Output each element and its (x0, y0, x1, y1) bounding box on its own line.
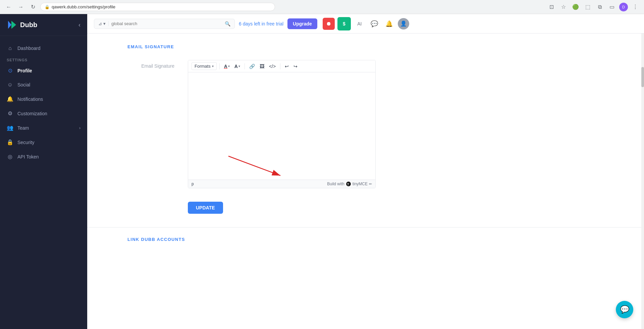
back-button[interactable]: ← (4, 2, 13, 12)
tinymce-badge: Build with T tinyMCE ✏ (327, 181, 372, 187)
chat-icon: 💬 (371, 20, 378, 27)
main-content: EMAIL SIGNATURE Email Signature Formats … (87, 34, 644, 329)
editor-footer: p Build with T tinyMCE ✏ (188, 180, 375, 188)
forward-button[interactable]: → (16, 2, 25, 12)
sidebar-item-customization[interactable]: ⚙ Customization (0, 106, 87, 121)
search-input[interactable] (111, 21, 222, 26)
highlight-button[interactable]: A ▾ (233, 63, 242, 70)
record-icon: ⏺ (326, 21, 331, 27)
sidebar-item-security[interactable]: 🔒 Security (0, 135, 87, 149)
email-signature-form-row: Email Signature Formats ▾ A ▾ (127, 60, 604, 188)
sidebar-item-label-customization: Customization (17, 111, 47, 116)
extension-icon-1[interactable]: 🟢 (571, 2, 580, 12)
sidebar-item-profile[interactable]: ⊙ Profile (0, 63, 87, 78)
chat-fab-icon: 💬 (620, 305, 629, 314)
team-icon: 👥 (7, 125, 13, 131)
upgrade-button[interactable]: Upgrade (287, 18, 317, 29)
link-accounts-title: LINK DUBB ACCOUNTS (127, 237, 604, 242)
redo-button[interactable]: ↪ (292, 63, 299, 70)
sidebar-collapse-button[interactable]: ‹ (78, 21, 80, 28)
link-accounts-section: LINK DUBB ACCOUNTS (87, 227, 644, 242)
email-signature-title: EMAIL SIGNATURE (127, 44, 604, 49)
toolbar-separator-2 (245, 63, 245, 69)
search-filter[interactable]: ⊿ ▾ (98, 21, 109, 26)
sidebar-item-dashboard[interactable]: ⌂ Dashboard (0, 41, 87, 55)
lock-icon: 🔒 (45, 5, 50, 9)
image-button[interactable]: 🖼 (258, 63, 266, 70)
editor-container: Formats ▾ A ▾ A ▾ (188, 60, 376, 188)
editor-char: p (192, 182, 194, 186)
notifications-button[interactable]: 🔔 (383, 18, 395, 30)
sidebar-item-label-notifications: Notifications (17, 96, 43, 102)
cast-icon[interactable]: ▭ (607, 2, 616, 12)
bookmark-icon[interactable]: ☆ (559, 2, 568, 12)
formats-dropdown[interactable]: Formats ▾ (192, 62, 217, 70)
undo-icon: ↩ (285, 64, 289, 69)
chat-fab-button[interactable]: 💬 (616, 301, 633, 318)
sidebar-item-label-social: Social (17, 82, 30, 87)
sidebar-item-notifications[interactable]: 🔔 Notifications (0, 92, 87, 106)
update-button[interactable]: UPDATE (188, 202, 223, 214)
chat-button[interactable]: 💬 (368, 18, 380, 30)
logo: Dubb (7, 19, 37, 30)
svg-marker-0 (8, 21, 11, 29)
filter-dropdown-arrow: ▾ (103, 21, 106, 26)
redo-icon: ↪ (293, 64, 298, 69)
toolbar-separator-3 (280, 63, 280, 69)
lock-nav-icon: 🔒 (7, 139, 13, 145)
editor-body[interactable] (188, 72, 375, 180)
tinymce-edit-icon: ✏ (369, 182, 372, 186)
email-signature-label: Email Signature (127, 60, 174, 69)
sidebar-nav: ⌂ Dashboard SETTINGS ⊙ Profile ☺ Social … (0, 36, 87, 329)
avatar[interactable]: 👤 (398, 18, 409, 29)
logo-icon (7, 19, 17, 30)
svg-line-3 (228, 156, 280, 176)
topbar-icons: ⏺ $ AI 💬 🔔 👤 (323, 17, 409, 30)
tinymce-brand: tinyMCE (353, 182, 368, 186)
link-button[interactable]: 🔗 (248, 63, 257, 70)
social-icon: ☺ (7, 82, 13, 88)
email-signature-section: EMAIL SIGNATURE Email Signature Formats … (87, 34, 644, 227)
reload-button[interactable]: ↻ (28, 2, 38, 12)
menu-icon[interactable]: ⋮ (631, 2, 640, 12)
tinymce-text: Build with (327, 182, 344, 186)
sidebar-item-social[interactable]: ☺ Social (0, 78, 87, 92)
app-layout: Dubb ‹ ⌂ Dashboard SETTINGS ⊙ Profile ☺ … (0, 14, 644, 329)
sidebar-item-label-dashboard: Dashboard (17, 46, 41, 51)
undo-button[interactable]: ↩ (283, 63, 290, 70)
highlight-arrow-icon: ▾ (238, 64, 240, 68)
code-button[interactable]: </> (267, 63, 277, 70)
team-chevron-icon: › (79, 126, 80, 130)
sidebar-item-label-team: Team (17, 125, 29, 131)
api-icon: ◎ (7, 153, 13, 160)
scrollbar-thumb[interactable] (641, 67, 644, 87)
browser-chrome: ← → ↻ 🔒 qawerk.dubb.com/settings/profile… (0, 0, 644, 14)
search-icon: 🔍 (225, 21, 230, 26)
svg-text:T: T (347, 183, 349, 186)
bell-icon: 🔔 (7, 96, 13, 102)
link-icon: 🔗 (249, 64, 255, 69)
free-trial-text: 6 days left in free trial (239, 21, 283, 26)
extensions-icon[interactable]: ⧉ (595, 2, 604, 12)
image-icon: 🖼 (260, 64, 264, 69)
home-icon: ⌂ (7, 45, 13, 51)
browser-profile[interactable]: D (619, 3, 628, 11)
topbar: ⊿ ▾ 🔍 6 days left in free trial Upgrade … (87, 14, 644, 34)
sidebar-item-team[interactable]: 👥 Team › (0, 121, 87, 135)
ai-button[interactable]: AI (354, 18, 366, 30)
translate-icon[interactable]: ⊡ (547, 2, 556, 12)
greenbox-button[interactable]: $ (337, 17, 351, 30)
sidebar-item-api-token[interactable]: ◎ API Token (0, 149, 87, 164)
extension-icon-2[interactable]: ⬚ (583, 2, 592, 12)
browser-actions: ⊡ ☆ 🟢 ⬚ ⧉ ▭ D ⋮ (547, 2, 640, 12)
logo-text: Dubb (20, 21, 37, 29)
code-icon: </> (269, 64, 276, 69)
font-color-button[interactable]: A ▾ (222, 63, 231, 70)
svg-marker-1 (11, 21, 16, 29)
filter-icon: ⊿ (98, 21, 102, 26)
highlight-icon: A (234, 64, 238, 69)
address-bar[interactable]: 🔒 qawerk.dubb.com/settings/profile (40, 3, 275, 11)
record-button[interactable]: ⏺ (323, 18, 335, 30)
settings-section-label: SETTINGS (0, 55, 87, 63)
sidebar-header: Dubb ‹ (0, 14, 87, 36)
